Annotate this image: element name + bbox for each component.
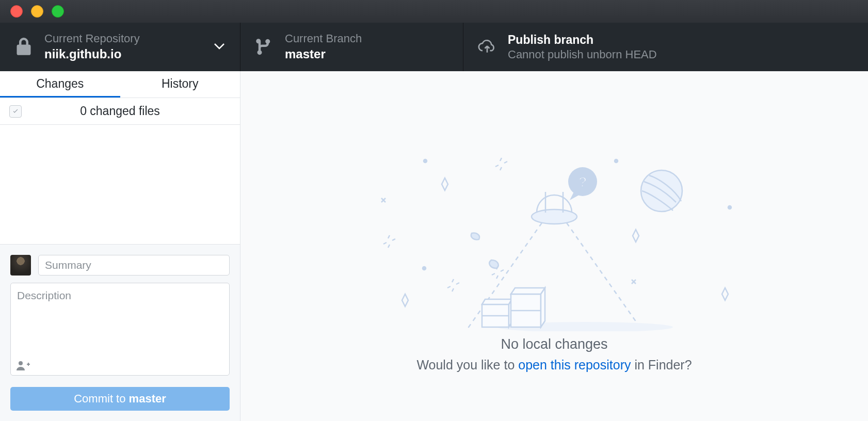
publish-label: Publish branch <box>508 33 657 48</box>
commit-form: Commit to master <box>0 244 240 421</box>
add-coauthor-icon[interactable] <box>17 360 30 373</box>
commit-button[interactable]: Commit to master <box>10 387 230 411</box>
svg-point-4 <box>728 206 731 209</box>
svg-text:?: ? <box>578 174 587 190</box>
empty-state-heading: No local changes <box>501 336 607 352</box>
branch-name: master <box>285 46 362 62</box>
window-minimize-button[interactable] <box>31 5 43 18</box>
svg-point-5 <box>532 209 577 224</box>
sidebar-tabs: Changes History <box>0 71 240 98</box>
app-toolbar: Current Repository niik.github.io Curren… <box>0 23 868 71</box>
changes-header: 0 changed files <box>0 98 240 125</box>
commit-button-branch: master <box>129 392 166 405</box>
svg-point-2 <box>615 159 618 163</box>
sidebar: Changes History 0 changed files Commit t… <box>0 71 240 421</box>
git-branch-icon <box>255 38 274 56</box>
empty-state-subtext: Would you like to open this repository i… <box>416 358 692 373</box>
main-content: ? <box>240 71 868 421</box>
description-input[interactable] <box>10 283 230 376</box>
file-list <box>0 125 240 244</box>
chevron-down-icon <box>214 42 224 52</box>
cloud-upload-icon <box>478 38 496 56</box>
summary-input[interactable] <box>38 255 230 276</box>
lock-icon <box>14 38 33 56</box>
commit-button-prefix: Commit to <box>74 392 128 405</box>
window-titlebar <box>0 0 868 23</box>
repository-label: Current Repository <box>44 32 140 45</box>
avatar[interactable] <box>10 255 31 276</box>
window-maximize-button[interactable] <box>52 5 64 18</box>
branch-label: Current Branch <box>285 32 362 45</box>
svg-point-3 <box>423 267 426 270</box>
empty-state-illustration: ? <box>368 140 740 331</box>
repository-selector[interactable]: Current Repository niik.github.io <box>0 23 240 71</box>
svg-point-0 <box>19 361 23 365</box>
branch-selector[interactable]: Current Branch master <box>240 23 463 71</box>
publish-button[interactable]: Publish branch Cannot publish unborn HEA… <box>463 23 868 71</box>
tab-history[interactable]: History <box>120 71 240 98</box>
window-close-button[interactable] <box>10 5 23 18</box>
svg-line-9 <box>567 223 641 329</box>
changed-files-count: 0 changed files <box>9 104 231 118</box>
open-repository-link[interactable]: open this repository <box>518 358 631 372</box>
publish-sublabel: Cannot publish unborn HEAD <box>508 48 657 61</box>
svg-point-1 <box>424 159 427 163</box>
tab-changes[interactable]: Changes <box>0 71 120 98</box>
repository-name: niik.github.io <box>44 46 140 62</box>
